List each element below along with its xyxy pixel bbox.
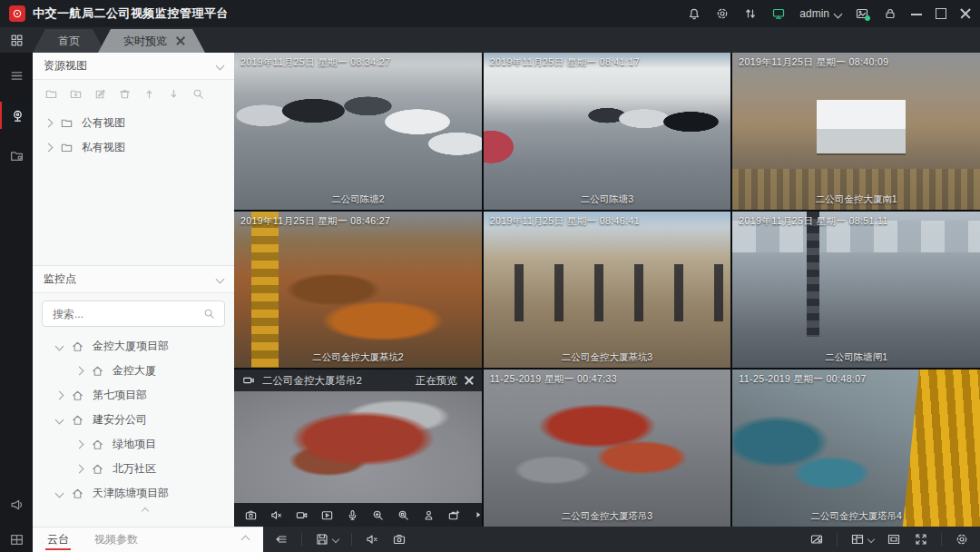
tab-video-params[interactable]: 视频参数 bbox=[94, 527, 138, 552]
user-menu[interactable]: admin bbox=[799, 7, 841, 20]
video-cell-8[interactable]: 11-25-2019 星期一 00:47:33 二公司金控大厦塔吊3 bbox=[484, 370, 731, 527]
collapse-panel-icon[interactable] bbox=[241, 536, 250, 545]
strip-item-live-preview[interactable] bbox=[0, 102, 34, 129]
mute-icon[interactable] bbox=[270, 508, 283, 522]
video-cell-6[interactable]: 2019年11月25日 星期一 08:51:11 二公司陈塘闸1 bbox=[732, 212, 980, 369]
screenshot-status-icon[interactable] bbox=[855, 6, 869, 21]
maximize-button[interactable] bbox=[936, 8, 946, 19]
tree-item-label: 天津陈塘项目部 bbox=[93, 486, 169, 501]
goto-icon[interactable] bbox=[422, 508, 436, 522]
capture-plus-icon[interactable] bbox=[447, 508, 461, 522]
snapshot-icon[interactable] bbox=[392, 532, 407, 547]
tree-item-public-views[interactable]: 公有视图 bbox=[45, 111, 234, 135]
tree-item-site[interactable]: 北万社区 bbox=[56, 457, 234, 481]
chevron-down-icon bbox=[867, 536, 875, 543]
tree-item-site[interactable]: 第七项目部 bbox=[56, 383, 234, 408]
chevron-down-icon bbox=[55, 342, 64, 351]
chevron-right-icon bbox=[75, 367, 84, 376]
minimize-button[interactable] bbox=[911, 8, 922, 19]
layout-grid-icon[interactable] bbox=[0, 527, 33, 552]
mute-icon[interactable] bbox=[365, 532, 379, 547]
delete-icon[interactable] bbox=[118, 87, 132, 101]
search-input[interactable] bbox=[51, 307, 197, 321]
move-up-icon[interactable] bbox=[142, 87, 156, 101]
video-cell-1[interactable]: 2019年11月25日 星期一 08:34:27 二公司陈塘2 bbox=[234, 53, 482, 210]
tab-home-label: 首页 bbox=[58, 34, 80, 49]
zoom-3d-icon[interactable] bbox=[397, 508, 410, 522]
more-icon[interactable] bbox=[473, 509, 482, 520]
tree-item-label: 第七项目部 bbox=[93, 388, 147, 403]
resource-panel: 资源视图 公有视图 私有视图 监控点 bbox=[33, 53, 234, 527]
home-icon bbox=[71, 389, 84, 402]
layout-select-icon bbox=[850, 532, 865, 547]
timestamp-overlay: 2019年11月25日 星期一 08:41:17 bbox=[490, 56, 640, 69]
search-icon[interactable] bbox=[191, 87, 205, 101]
strip-item-announce[interactable] bbox=[0, 490, 33, 518]
video-cell-4[interactable]: 2019年11月25日 星期一 08:46:27 二公司金控大厦基坑2 bbox=[234, 212, 482, 369]
lock-icon[interactable] bbox=[883, 6, 897, 21]
chevron-down-icon bbox=[55, 489, 64, 498]
search-icon[interactable] bbox=[202, 307, 216, 320]
divider bbox=[837, 533, 838, 546]
fullscreen-icon[interactable] bbox=[914, 532, 928, 547]
tree-item-site[interactable]: 天津陈塘项目部 bbox=[56, 481, 234, 506]
stream-icon[interactable] bbox=[274, 532, 289, 547]
save-icon bbox=[315, 532, 329, 547]
edit-icon[interactable] bbox=[93, 87, 107, 101]
strip-item-resource-manage[interactable] bbox=[0, 142, 33, 169]
folder-add-icon[interactable] bbox=[69, 87, 83, 101]
tab-home[interactable]: 首页 bbox=[33, 29, 105, 53]
monitor-status-icon[interactable] bbox=[771, 6, 786, 21]
close-video-icon[interactable] bbox=[465, 376, 474, 385]
tab-ptz[interactable]: 云台 bbox=[47, 527, 69, 552]
resource-tree: 公有视图 私有视图 bbox=[33, 107, 234, 265]
tree-item-site[interactable]: 绿地项目 bbox=[56, 432, 234, 457]
tree-item-label: 金控大厦项目部 bbox=[93, 339, 169, 354]
camera-icon bbox=[242, 374, 255, 387]
zoom-in-icon[interactable] bbox=[371, 508, 385, 522]
video-cell-5[interactable]: 2019年11月25日 星期一 08:46:41 二公司金控大厦基坑3 bbox=[484, 212, 731, 369]
video-cell-7-selected[interactable]: 二公司金控大厦塔吊2 正在预览 bbox=[234, 370, 482, 527]
strip-item-menu[interactable] bbox=[0, 62, 33, 89]
save-menu[interactable] bbox=[315, 532, 338, 547]
resource-toolbar bbox=[33, 80, 234, 107]
single-screen-icon[interactable] bbox=[887, 532, 901, 547]
tab-close-icon[interactable] bbox=[176, 36, 185, 45]
monitor-points-section: 监控点 金控大厦项目部 金控大厦 bbox=[33, 265, 234, 527]
folder-icon[interactable] bbox=[44, 87, 58, 101]
move-down-icon[interactable] bbox=[167, 87, 181, 101]
tree-item-site[interactable]: 金控大厦 bbox=[56, 359, 234, 383]
video-cell-9[interactable]: 11-25-2019 星期一 00:48:07 二公司金控大厦塔吊4 bbox=[732, 370, 980, 527]
gear-icon[interactable] bbox=[715, 6, 730, 21]
camera-title: 二公司金控大厦塔吊2 bbox=[262, 374, 362, 388]
gear-icon[interactable] bbox=[955, 532, 969, 547]
user-name: admin bbox=[799, 7, 829, 20]
video-cell-header: 二公司金控大厦塔吊2 正在预览 bbox=[234, 370, 482, 391]
bell-icon[interactable] bbox=[687, 6, 701, 21]
resource-view-title: 资源视图 bbox=[44, 58, 87, 74]
video-cell-3[interactable]: 2019年11月25日 星期一 08:40:09 二公司金控大厦南1 bbox=[732, 53, 980, 210]
close-all-icon[interactable] bbox=[809, 532, 824, 547]
layout-select-menu[interactable] bbox=[850, 532, 874, 547]
apps-grid-icon[interactable] bbox=[0, 27, 33, 53]
snapshot-icon[interactable] bbox=[244, 508, 258, 522]
playback-icon[interactable] bbox=[320, 508, 334, 522]
tab-live-preview[interactable]: 实时预览 bbox=[98, 29, 205, 53]
video-cell-2[interactable]: 2019年11月25日 星期一 08:41:17 二公司陈塘3 bbox=[484, 53, 731, 210]
close-button[interactable] bbox=[960, 8, 971, 19]
tree-item-private-views[interactable]: 私有视图 bbox=[45, 135, 234, 160]
sort-arrows-icon[interactable] bbox=[743, 6, 758, 21]
tree-item-site[interactable]: 建安分公司 bbox=[56, 408, 234, 432]
scroll-up-caret-icon[interactable] bbox=[56, 506, 234, 517]
record-icon[interactable] bbox=[295, 508, 309, 522]
resource-view-header[interactable]: 资源视图 bbox=[33, 53, 234, 80]
tab-ptz-label: 云台 bbox=[47, 532, 69, 547]
camera-caption: 二公司陈塘2 bbox=[234, 193, 482, 206]
mic-icon[interactable] bbox=[346, 508, 359, 522]
timestamp-overlay: 11-25-2019 星期一 00:48:07 bbox=[739, 373, 866, 386]
monitor-points-title: 监控点 bbox=[44, 271, 76, 287]
monitor-points-header[interactable]: 监控点 bbox=[33, 266, 234, 293]
tree-item-site[interactable]: 金控大厦项目部 bbox=[56, 334, 234, 359]
home-icon bbox=[91, 438, 104, 451]
tree-item-label: 绿地项目 bbox=[113, 437, 156, 452]
